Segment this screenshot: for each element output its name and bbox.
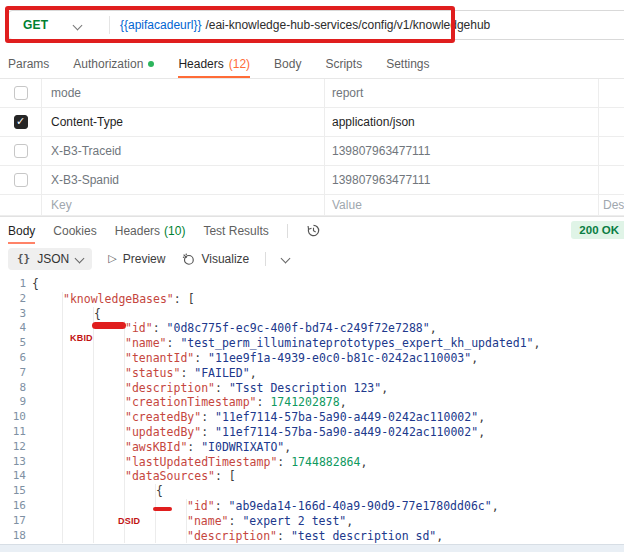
indent-guide xyxy=(32,440,63,455)
code-line-15: 15{ xyxy=(0,484,624,499)
indent-guide xyxy=(63,514,94,529)
response-toolbar: {} JSON ▷ Preview Visualize xyxy=(0,244,624,273)
request-tab-settings[interactable]: Settings xyxy=(386,57,429,78)
line-number: 11 xyxy=(0,425,26,440)
header-key-cell[interactable]: Content-Type xyxy=(42,108,325,136)
checked-checkbox[interactable]: ✓ xyxy=(14,115,28,129)
indent-guide xyxy=(63,381,94,396)
code-text: "lastUpdatedTimestamp": 1744882864, xyxy=(125,455,367,470)
line-number: 2 xyxy=(0,292,26,307)
url-input[interactable]: {{apifacadeurl}}/eai-knowledge-hub-servi… xyxy=(120,18,490,32)
response-tab-cookies[interactable]: Cookies xyxy=(53,217,96,244)
code-line-3: 3{ xyxy=(0,307,624,322)
header-description-cell[interactable] xyxy=(599,79,624,107)
code-text: "description": "Tsst Description 123", xyxy=(125,381,388,396)
request-tab-body[interactable]: Body xyxy=(274,57,301,78)
description-placeholder[interactable]: Des xyxy=(599,195,624,215)
header-row-x-b3-spanid: X-B3-Spanid139807963477111 xyxy=(0,166,624,195)
header-description-cell[interactable] xyxy=(599,108,624,136)
code-text: "name": "test_perm_illuminateprototypes_… xyxy=(125,336,540,351)
response-tab-test-results[interactable]: Test Results xyxy=(203,217,268,244)
checkbox-cell: ✓ xyxy=(0,108,42,136)
kbid-annotation-label: KBID xyxy=(70,331,93,346)
horizontal-scrollbar[interactable] xyxy=(0,544,624,552)
kbid-annotation-dash xyxy=(92,322,126,329)
code-line-6: 6"tenantId": "11ee9f1a-4939-e0c0-b81c-02… xyxy=(0,351,624,366)
request-tab-params[interactable]: Params xyxy=(8,57,49,78)
headers-table-placeholder-row: Key Value Des xyxy=(0,195,624,216)
status-badge: 200 OK xyxy=(571,221,624,239)
request-url-bar[interactable]: GET {{apifacadeurl}}/eai-knowledge-hub-s… xyxy=(8,10,624,40)
indent-guide xyxy=(32,336,63,351)
chevron-down-icon[interactable] xyxy=(281,254,291,264)
request-tab-headers[interactable]: Headers(12) xyxy=(178,57,250,78)
play-icon: ▷ xyxy=(108,252,116,265)
format-select[interactable]: {} JSON xyxy=(8,248,92,270)
code-line-14: 14"dataSources": [ xyxy=(0,469,624,484)
history-clock-icon[interactable] xyxy=(306,223,321,238)
preview-label: Preview xyxy=(123,252,166,266)
indent-guide xyxy=(32,455,63,470)
indent-guide xyxy=(94,410,125,425)
code-line-17: 17"name": "expert 2 test", xyxy=(0,514,624,529)
checkbox-cell xyxy=(0,137,42,165)
code-line-5: 5"name": "test_perm_illuminateprototypes… xyxy=(0,336,624,351)
header-key-cell[interactable]: X-B3-Traceid xyxy=(42,137,325,165)
indent-guide xyxy=(94,499,125,514)
divider xyxy=(109,16,110,34)
indent-guide xyxy=(63,469,94,484)
response-tab-body[interactable]: Body xyxy=(8,217,35,244)
checkbox-cell xyxy=(0,79,42,107)
code-line-8: 8"description": "Tsst Description 123", xyxy=(0,381,624,396)
code-line-13: 13"lastUpdatedTimestamp": 1744882864, xyxy=(0,455,624,470)
indent-guide xyxy=(63,455,94,470)
tab-label: Body xyxy=(274,57,301,71)
tab-label: Scripts xyxy=(325,57,362,71)
indent-guide xyxy=(32,381,63,396)
tab-count: (12) xyxy=(229,57,250,71)
divider xyxy=(265,252,266,266)
request-tab-authorization[interactable]: Authorization xyxy=(73,57,154,78)
header-description-cell[interactable] xyxy=(599,166,624,194)
indent-guide xyxy=(94,469,125,484)
value-placeholder[interactable]: Value xyxy=(325,195,599,215)
visualize-button[interactable]: Visualize xyxy=(181,252,249,266)
indent-guide xyxy=(94,484,125,499)
tab-count: (10) xyxy=(164,224,185,238)
indent-guide xyxy=(125,499,156,514)
unchecked-checkbox[interactable] xyxy=(14,173,28,187)
header-row-x-b3-traceid: X-B3-Traceid139807963477111 xyxy=(0,137,624,166)
preview-button[interactable]: ▷ Preview xyxy=(108,252,165,266)
header-description-cell[interactable] xyxy=(599,137,624,165)
headers-table: modereport✓Content-Typeapplication/jsonX… xyxy=(0,78,624,195)
indent-guide xyxy=(94,425,125,440)
indent-guide xyxy=(94,366,125,381)
chevron-down-icon xyxy=(75,254,85,264)
method-selector[interactable]: GET xyxy=(9,18,109,32)
line-number: 3 xyxy=(0,307,26,322)
header-key-cell[interactable]: mode xyxy=(42,79,325,107)
response-body-json[interactable]: KBID DSID 1{2"knowledgeBases": [3{4"id":… xyxy=(0,273,624,545)
checkbox-cell xyxy=(0,166,42,194)
key-placeholder[interactable]: Key xyxy=(42,195,325,215)
url-variable: {{apifacadeurl}} xyxy=(120,18,201,32)
header-value-cell[interactable]: report xyxy=(325,79,599,107)
code-text: { xyxy=(156,484,163,499)
response-tab-headers[interactable]: Headers(10) xyxy=(115,217,186,244)
unchecked-checkbox[interactable] xyxy=(14,144,28,158)
header-value-cell[interactable]: 139807963477111 xyxy=(325,166,599,194)
header-value-cell[interactable]: 139807963477111 xyxy=(325,137,599,165)
indent-guide xyxy=(63,425,94,440)
unchecked-checkbox[interactable] xyxy=(14,86,28,100)
code-line-7: 7"status": "FAILED", xyxy=(0,366,624,381)
request-tab-scripts[interactable]: Scripts xyxy=(325,57,362,78)
line-number: 12 xyxy=(0,440,26,455)
header-value-cell[interactable]: application/json xyxy=(325,108,599,136)
line-number: 5 xyxy=(0,336,26,351)
indent-guide xyxy=(32,366,63,381)
header-key-cell[interactable]: X-B3-Spanid xyxy=(42,166,325,194)
code-line-18: 18"description": "test description sd", xyxy=(0,529,624,544)
indent-guide xyxy=(32,307,63,322)
code-line-2: 2"knowledgeBases": [ xyxy=(0,292,624,307)
indent-guide xyxy=(32,425,63,440)
